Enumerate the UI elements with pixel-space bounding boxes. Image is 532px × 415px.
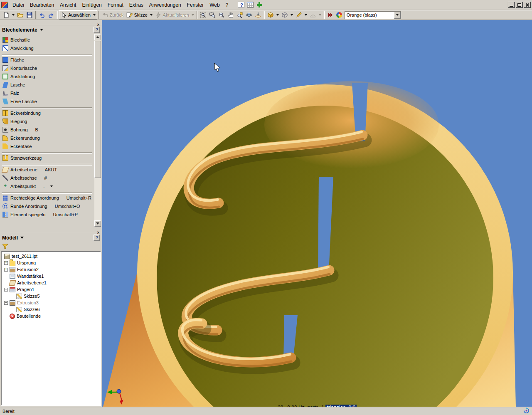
tree-node-bauteilende[interactable]: Bauteilende <box>2 313 100 319</box>
features-scrollbar[interactable] <box>94 34 101 227</box>
feature-rechteckige-anordnung[interactable]: Rechteckige AnordnungUmschalt+R <box>0 194 94 202</box>
chevron-down-icon[interactable] <box>291 14 293 16</box>
look-at-button[interactable] <box>254 10 263 20</box>
feature-element-spiegeln[interactable]: Element spiegelnUmschalt+P <box>0 210 94 219</box>
feature-freie-lasche[interactable]: Freie Lasche <box>0 97 94 106</box>
feature-arbeitsachse[interactable]: Arbeitsachse# <box>0 174 94 182</box>
menu-bearbeiten[interactable]: Bearbeiten <box>27 1 57 9</box>
zoom-all-button[interactable] <box>199 10 208 20</box>
feature-eckenfase[interactable]: Eckenfase <box>0 142 94 151</box>
panel-help-button[interactable] <box>94 27 100 33</box>
restore-button[interactable] <box>516 2 523 8</box>
tree-node-skizze5[interactable]: Skizze5 <box>2 293 100 299</box>
styles-button[interactable] <box>326 10 335 20</box>
menu-extras[interactable]: Extras <box>126 1 146 9</box>
combo-dropdown-button[interactable] <box>394 12 401 19</box>
color-style-select[interactable]: Orange (blass) <box>345 11 401 19</box>
3d-viewport-canvas[interactable]: 28 9,80 Hz parts=1 triangles=0:0 <box>102 20 532 407</box>
tree-node-pr-gen1[interactable]: −Prägen1 <box>2 286 100 293</box>
menu-datei[interactable]: Datei <box>10 1 27 9</box>
scroll-up-button[interactable] <box>94 34 101 40</box>
help-icon[interactable] <box>238 2 244 8</box>
feature-arbeitspunkt[interactable]: Arbeitspunkt. <box>0 182 94 190</box>
chevron-down-icon[interactable] <box>93 14 96 16</box>
menu-einf-gen[interactable]: Einfügen <box>79 1 104 9</box>
undo-button[interactable] <box>37 10 47 20</box>
menu-format[interactable]: Format <box>105 1 126 9</box>
chevron-down-icon[interactable] <box>276 14 279 16</box>
add-icon[interactable] <box>256 2 263 8</box>
chevron-down-icon[interactable] <box>150 14 153 16</box>
tree-node-test-2611-ipt[interactable]: test_2611.ipt <box>2 253 100 259</box>
panel-help-button[interactable] <box>94 235 100 241</box>
menu-[interactable]: ? <box>223 1 232 9</box>
feature-ausklinkung[interactable]: Ausklinkung <box>0 72 94 81</box>
model-panel-header[interactable]: Modell <box>0 233 102 242</box>
chevron-down-icon[interactable] <box>12 14 15 16</box>
tree-node-extrusion3[interactable]: −Extrusion3 <box>2 299 100 306</box>
menu-anwendungen[interactable]: Anwendungen <box>146 1 184 9</box>
sketch-button[interactable]: Skizze <box>125 10 153 20</box>
display-shaded-button[interactable] <box>266 10 280 20</box>
color-wheel-button[interactable] <box>335 10 343 20</box>
display-ground-button[interactable] <box>308 10 323 20</box>
chevron-down-icon[interactable] <box>20 237 24 239</box>
chevron-down-icon[interactable] <box>305 14 307 16</box>
menu-ansicht[interactable]: Ansicht <box>57 1 79 9</box>
spreadsheet-icon[interactable] <box>247 2 254 8</box>
chevron-down-icon[interactable] <box>40 29 43 31</box>
menu-fenster[interactable]: Fenster <box>184 1 207 9</box>
redo-button[interactable] <box>47 10 56 20</box>
collapse-icon[interactable]: − <box>4 301 8 305</box>
feature-arbeitsebene[interactable]: ArbeitsebeneAKUT <box>0 166 94 174</box>
features-panel-header[interactable]: Blechelemente <box>0 25 102 34</box>
chevron-down-icon[interactable] <box>50 185 53 187</box>
scroll-down-button[interactable] <box>94 220 101 227</box>
menu-web[interactable]: Web <box>207 1 222 9</box>
panel-grip[interactable] <box>0 228 102 233</box>
close-icon[interactable] <box>96 20 101 25</box>
feature-stanzwerkzeug[interactable]: Stanzwerkzeug <box>0 154 94 162</box>
tree-node-arbeitsebene1[interactable]: Arbeitsebene1 <box>2 279 100 286</box>
feature-konturlasche[interactable]: Konturlasche <box>0 64 94 72</box>
feature-falz[interactable]: Falz <box>0 89 94 97</box>
feature-eckenrundung[interactable]: Eckenrundung <box>0 134 94 142</box>
feature-biegung[interactable]: Biegung <box>0 117 94 126</box>
collapse-icon[interactable]: − <box>4 288 8 291</box>
save-button[interactable] <box>25 10 34 20</box>
feature-eckverbindung[interactable]: Eckverbindung <box>0 109 94 117</box>
chevron-down-icon[interactable] <box>319 14 321 16</box>
feature-fl-che[interactable]: Fläche <box>0 56 94 64</box>
feature-runde-anordnung[interactable]: Runde AnordnungUmschalt+O <box>0 202 94 210</box>
feature-lasche[interactable]: Lasche <box>0 81 94 89</box>
expand-icon[interactable]: + <box>4 268 8 272</box>
feature-blechstile[interactable]: Blechstile <box>0 36 94 44</box>
orbit-button[interactable] <box>244 10 254 20</box>
display-wireframe-button[interactable] <box>280 10 294 20</box>
select-button[interactable]: Auswählen <box>59 10 97 20</box>
back-button[interactable]: Zurück <box>101 10 125 20</box>
display-sketch-button[interactable] <box>294 10 308 20</box>
expand-icon[interactable]: + <box>4 261 8 265</box>
tree-node-wandst-rke1[interactable]: Wandstärke1 <box>2 273 100 279</box>
app-icon[interactable] <box>1 2 8 8</box>
close-icon[interactable] <box>96 228 101 233</box>
open-button[interactable] <box>16 10 25 20</box>
new-document-button[interactable] <box>2 10 16 20</box>
filter-funnel-icon[interactable] <box>2 244 8 249</box>
panel-grip[interactable] <box>0 20 102 25</box>
chevron-down-icon[interactable] <box>192 14 194 16</box>
tree-node-extrusion2[interactable]: +Extrusion2 <box>2 266 100 273</box>
tree-node-ursprung[interactable]: +Ursprung <box>2 259 100 266</box>
scroll-thumb[interactable] <box>94 41 101 178</box>
feature-abwicklung[interactable]: Abwicklung <box>0 44 94 52</box>
zoom-button[interactable] <box>217 10 226 20</box>
tree-node-skizze6[interactable]: Skizze6 <box>2 306 100 313</box>
close-button[interactable] <box>524 2 531 8</box>
minimize-button[interactable] <box>508 2 515 8</box>
feature-bohrung[interactable]: BohrungB <box>0 126 94 134</box>
zoom-window-button[interactable] <box>208 10 217 20</box>
status-network-icon[interactable] <box>523 408 530 415</box>
pan-button[interactable] <box>226 10 235 20</box>
update-button[interactable]: Aktualisieren <box>154 10 195 20</box>
